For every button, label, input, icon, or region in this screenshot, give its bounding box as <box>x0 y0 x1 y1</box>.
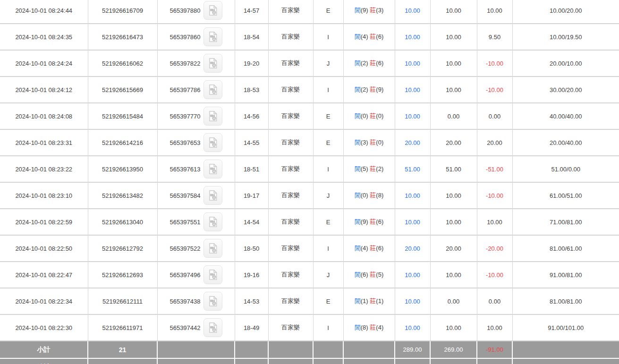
round-cell: 565397438 <box>157 288 235 314</box>
bet-amount-link[interactable]: 20.00 <box>395 235 430 262</box>
player-score: 1 <box>361 297 368 305</box>
video-replay-icon <box>207 136 219 149</box>
summary-empty-cell <box>313 358 343 364</box>
valid-amount: 0.00 <box>430 103 477 129</box>
game-result: 閒6 莊5 <box>343 262 395 288</box>
table-code: E <box>313 129 343 156</box>
game-result: 閒9 莊3 <box>343 0 395 24</box>
game-type: 百家樂 <box>268 24 313 50</box>
video-replay-button[interactable] <box>204 1 222 20</box>
game-result: 閒2 莊9 <box>343 76 395 103</box>
bet-time: 2024-10-01 08:23:22 <box>0 156 88 182</box>
table-code: E <box>313 103 343 129</box>
video-replay-icon <box>207 295 219 307</box>
game-type: 百家樂 <box>268 0 313 24</box>
round-id: 565397770 <box>170 113 200 120</box>
table-row: 2024-10-01 08:22:50 521926612792 5653975… <box>0 235 619 262</box>
video-replay-button[interactable] <box>204 54 222 73</box>
video-replay-button[interactable] <box>204 318 222 337</box>
video-replay-icon <box>207 269 219 281</box>
game-result: 閒0 莊0 <box>343 103 395 129</box>
banker-score: 6 <box>376 245 383 252</box>
shoe-round: 14-57 <box>235 0 268 24</box>
bet-id: 521926615669 <box>88 76 157 103</box>
summary-empty-cell <box>512 341 619 358</box>
game-result: 閒8 莊4 <box>343 314 395 341</box>
bet-id: 521926612111 <box>88 288 157 314</box>
game-result: 閒4 莊6 <box>343 24 395 50</box>
balance: 20.00/10.00 <box>512 50 619 76</box>
game-result: 閒3 莊0 <box>343 129 395 156</box>
bet-amount-link[interactable]: 10.00 <box>395 209 430 235</box>
video-replay-icon <box>207 189 219 202</box>
player-label: 閒 <box>355 245 361 252</box>
banker-score: 1 <box>376 297 383 305</box>
banker-score: 4 <box>376 324 383 331</box>
valid-amount: 10.00 <box>430 76 477 103</box>
banker-label: 莊 <box>370 7 376 14</box>
summary-empty-cell <box>313 341 343 358</box>
video-replay-button[interactable] <box>204 239 222 258</box>
player-label: 閒 <box>355 165 361 172</box>
round-id: 565397860 <box>170 34 200 41</box>
table-row: 2024-10-01 08:24:12 521926615669 5653977… <box>0 76 619 103</box>
bet-amount-link[interactable]: 10.00 <box>395 76 430 103</box>
shoe-round: 19-17 <box>235 182 268 209</box>
valid-amount: 0.00 <box>430 288 477 314</box>
player-score: 3 <box>361 139 368 146</box>
banker-score: 6 <box>376 33 383 40</box>
bet-id: 521926613950 <box>88 156 157 182</box>
bet-amount-link[interactable]: 10.00 <box>395 262 430 288</box>
player-score: 2 <box>361 59 368 67</box>
shoe-round: 14-55 <box>235 129 268 156</box>
shoe-round: 14-53 <box>235 288 268 314</box>
table-code: J <box>313 182 343 209</box>
video-replay-icon <box>207 31 219 43</box>
bet-amount-link[interactable]: 10.00 <box>395 103 430 129</box>
bet-amount-link[interactable]: 51.00 <box>395 156 430 182</box>
banker-score: 2 <box>376 165 383 172</box>
video-replay-button[interactable] <box>204 80 222 99</box>
banker-score: 6 <box>376 59 383 67</box>
bet-amount-link[interactable]: 10.00 <box>395 314 430 341</box>
player-label: 閒 <box>355 139 361 146</box>
banker-label: 莊 <box>370 165 376 172</box>
bet-amount-link[interactable]: 10.00 <box>395 50 430 76</box>
bet-amount-link[interactable]: 10.00 <box>395 24 430 50</box>
game-result: 閒2 莊6 <box>343 50 395 76</box>
video-replay-button[interactable] <box>204 292 222 311</box>
round-cell: 565397613 <box>157 156 235 182</box>
table-row: 2024-10-01 08:23:22 521926613950 5653976… <box>0 156 619 182</box>
bet-id: 521926613040 <box>88 209 157 235</box>
video-replay-button[interactable] <box>204 212 222 231</box>
player-label: 閒 <box>355 324 361 331</box>
bet-amount-link[interactable]: 10.00 <box>395 182 430 209</box>
shoe-round: 19-16 <box>235 262 268 288</box>
valid-amount: 51.00 <box>430 156 477 182</box>
table-row: 2024-10-01 08:24:35 521926616473 5653978… <box>0 24 619 50</box>
round-id: 565397786 <box>170 86 200 93</box>
video-replay-button[interactable] <box>204 186 222 205</box>
win-loss: -51.00 <box>477 156 512 182</box>
game-type: 百家樂 <box>268 262 313 288</box>
bet-amount-link[interactable]: 20.00 <box>395 129 430 156</box>
video-replay-button[interactable] <box>204 133 222 152</box>
video-replay-button[interactable] <box>204 160 222 178</box>
bet-amount-link[interactable]: 10.00 <box>395 288 430 314</box>
balance: 81.00/61.00 <box>512 235 619 262</box>
round-cell: 565397822 <box>157 50 235 76</box>
summary-empty-cell <box>343 358 395 364</box>
balance: 10.00/20.00 <box>512 0 619 24</box>
player-label: 閒 <box>355 218 361 225</box>
game-type: 百家樂 <box>268 50 313 76</box>
banker-score: 9 <box>376 86 383 93</box>
video-replay-icon <box>207 163 219 175</box>
player-score: 0 <box>361 192 368 199</box>
video-replay-button[interactable] <box>204 27 222 46</box>
game-type: 百家樂 <box>268 288 313 314</box>
banker-score: 5 <box>376 271 383 278</box>
video-replay-button[interactable] <box>204 107 222 126</box>
win-loss: 10.00 <box>477 209 512 235</box>
bet-amount-link[interactable]: 10.00 <box>395 0 430 24</box>
video-replay-button[interactable] <box>204 265 222 284</box>
